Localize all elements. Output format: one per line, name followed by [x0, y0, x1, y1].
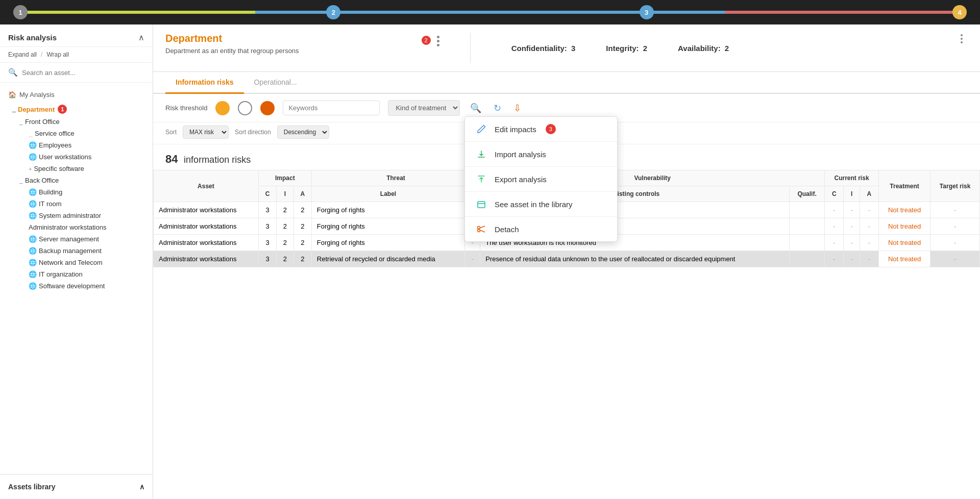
cell-existing-controls — [789, 235, 824, 251]
progress-node-3[interactable]: 3 — [640, 5, 654, 19]
home-icon: 🏠 — [8, 91, 16, 98]
cell-treatment[interactable]: Not treated — [878, 251, 930, 267]
menu-item-see-asset-in-the-library[interactable]: See asset in the library — [465, 192, 617, 217]
svg-rect-3 — [478, 202, 485, 208]
cell-target-risk: - — [930, 235, 980, 251]
tree-item-department[interactable]: ⎯ Department 1 — [0, 103, 153, 116]
search-filter-button[interactable]: 🔍 — [468, 101, 483, 116]
sidebar-title: Risk analysis — [8, 33, 57, 42]
cell-cr-a: - — [860, 235, 878, 251]
tree-item-it-organization[interactable]: 🌐 IT organization — [0, 268, 153, 280]
cell-asset: Administrator workstations — [154, 202, 259, 218]
cell-existing-controls — [789, 251, 824, 267]
keywords-input[interactable] — [283, 101, 380, 115]
tab-information-risks[interactable]: Information risks — [165, 72, 244, 94]
wrap-all-button[interactable]: Wrap all — [46, 51, 69, 58]
menu-item-export-analysis[interactable]: Export analysis — [465, 167, 617, 192]
svg-point-4 — [478, 227, 480, 229]
filter-orange-dot[interactable] — [215, 101, 230, 115]
front-office-toggle[interactable]: ⎯ — [19, 119, 23, 125]
col-cr-c: C — [825, 186, 844, 202]
cell-asset: Administrator workstations — [154, 235, 259, 251]
specific-software-toggle[interactable]: + — [29, 166, 32, 172]
tree-item-server-management[interactable]: 🌐 Server management — [0, 233, 153, 245]
menu-item-label: See asset in the library — [495, 200, 573, 209]
progress-segment-1 — [20, 11, 255, 14]
cell-treatment[interactable]: Not treated — [878, 218, 930, 235]
menu-item-label: Export analysis — [495, 175, 547, 184]
tree-item-front-office[interactable]: ⎯ Front Office — [0, 116, 153, 128]
tree-item-it-room[interactable]: 🌐 IT room — [0, 198, 153, 210]
user-workstations-globe-icon: 🌐 — [29, 153, 37, 161]
progress-track: 1 2 3 4 — [20, 11, 960, 14]
col-qualif: Qualif. — [789, 186, 824, 202]
menu-badge: 3 — [546, 124, 556, 134]
expand-all-button[interactable]: Expand all — [8, 51, 37, 58]
col-current-risk: Current risk — [825, 170, 879, 186]
more-dots-button[interactable] — [955, 33, 968, 46]
tree-item-specific-software[interactable]: + Specific software — [0, 163, 153, 174]
sidebar-header: Risk analysis ∧ — [0, 24, 153, 47]
sort-select[interactable]: MAX risk — [183, 126, 229, 139]
cell-target-risk: - — [930, 218, 980, 235]
context-menu: Edit impacts 3 Import analysis Export an… — [464, 116, 618, 242]
sidebar-collapse-button[interactable]: ∧ — [138, 33, 144, 42]
cell-target-risk: - — [930, 202, 980, 218]
assets-library-collapse[interactable]: ∧ — [139, 483, 144, 491]
refresh-filter-button[interactable]: ↻ — [492, 101, 503, 116]
sidebar-tree: 🏠 My Analysis ⎯ Department 1 ⎯ Front Off… — [0, 83, 153, 474]
content-header: Department Department as an entity that … — [153, 24, 980, 72]
tree-item-system-administrator[interactable]: 🌐 System administrator — [0, 210, 153, 221]
progress-segment-3 — [490, 11, 725, 14]
back-office-label: Back Office — [25, 177, 59, 184]
col-threat: Threat — [311, 170, 480, 186]
availability-metric: Availability: 2 — [678, 44, 729, 53]
cell-treatment[interactable]: Not treated — [878, 202, 930, 218]
progress-node-4[interactable]: 4 — [952, 5, 967, 19]
my-analysis-section[interactable]: 🏠 My Analysis — [0, 87, 153, 103]
tree-item-back-office[interactable]: ⎯ Back Office — [0, 174, 153, 186]
risk-count: 84 — [165, 153, 178, 165]
filter-empty-dot[interactable] — [238, 101, 252, 115]
tab-operational[interactable]: Operational... — [244, 72, 307, 94]
progress-node-1[interactable]: 1 — [13, 5, 28, 19]
tree-item-employees[interactable]: 🌐 Employees — [0, 139, 153, 151]
cell-threat-level: - — [465, 251, 480, 267]
progress-node-2[interactable]: 2 — [326, 5, 340, 19]
department-subtitle: Department as an entity that regroup per… — [165, 46, 308, 56]
kind-of-treatment-select[interactable]: Kind of treatment — [388, 100, 460, 116]
availability-label: Availability: — [678, 44, 721, 53]
my-analysis-label: My Analysis — [19, 91, 55, 98]
col-treatment: Treatment — [878, 170, 930, 202]
system-admin-globe-icon: 🌐 — [29, 212, 37, 219]
search-input[interactable] — [22, 69, 144, 77]
cell-treatment[interactable]: Not treated — [878, 235, 930, 251]
filter-dark-orange-dot[interactable] — [260, 101, 275, 115]
tree-item-building[interactable]: 🌐 Building — [0, 186, 153, 198]
employees-globe-icon: 🌐 — [29, 141, 37, 149]
sort-label: Sort — [165, 129, 177, 136]
cell-cr-i: - — [844, 235, 860, 251]
tree-item-admin-workstations[interactable]: Administrator workstations — [0, 221, 153, 233]
cell-asset: Administrator workstations — [154, 218, 259, 235]
tree-item-software-development[interactable]: 🌐 Software development — [0, 280, 153, 292]
menu-item-label: Edit impacts — [495, 125, 536, 134]
header-badge-area: 2 — [419, 36, 439, 46]
menu-item-import-analysis[interactable]: Import analysis — [465, 142, 617, 167]
tree-item-backup-management[interactable]: 🌐 Backup management — [0, 245, 153, 257]
sort-direction-select[interactable]: Descending — [277, 126, 329, 139]
download-filter-button[interactable]: ⇩ — [511, 101, 523, 116]
menu-item-detach[interactable]: Detach — [465, 217, 617, 241]
department-toggle[interactable]: ⎯ — [12, 106, 16, 112]
tree-item-user-workstations[interactable]: 🌐 User workstations — [0, 151, 153, 163]
tree-item-network-telecom[interactable]: 🌐 Network and Telecom — [0, 257, 153, 268]
svg-point-1 — [961, 38, 963, 40]
availability-value: 2 — [725, 44, 729, 53]
menu-item-edit-impacts[interactable]: Edit impacts 3 — [465, 117, 617, 142]
box-icon — [475, 199, 487, 209]
integrity-value: 2 — [643, 44, 647, 53]
back-office-toggle[interactable]: ⎯ — [19, 178, 23, 184]
menu-item-label: Detach — [495, 225, 519, 234]
department-label: Department — [18, 106, 55, 113]
tree-item-service-office[interactable]: ⎯ Service office — [0, 128, 153, 139]
